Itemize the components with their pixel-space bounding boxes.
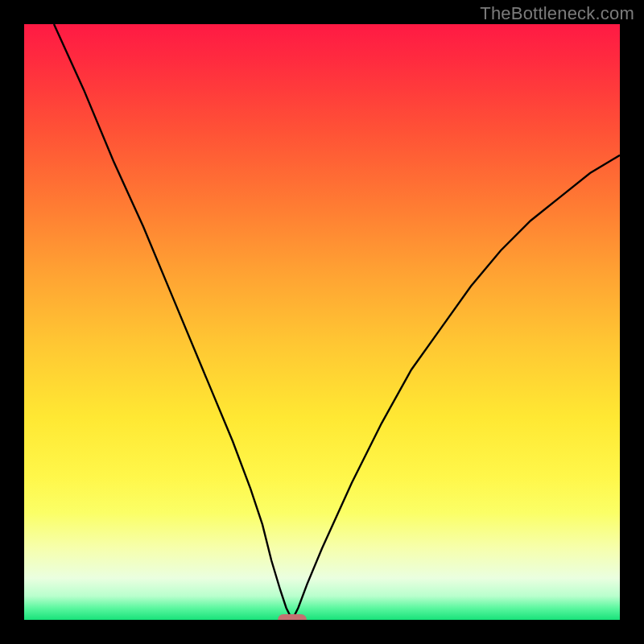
plot-area <box>24 24 620 620</box>
chart-frame: TheBottleneck.com <box>0 0 644 644</box>
bottleneck-curve <box>54 24 620 620</box>
optimum-marker <box>278 614 307 620</box>
watermark-text: TheBottleneck.com <box>480 3 634 24</box>
curve-layer <box>24 24 620 620</box>
